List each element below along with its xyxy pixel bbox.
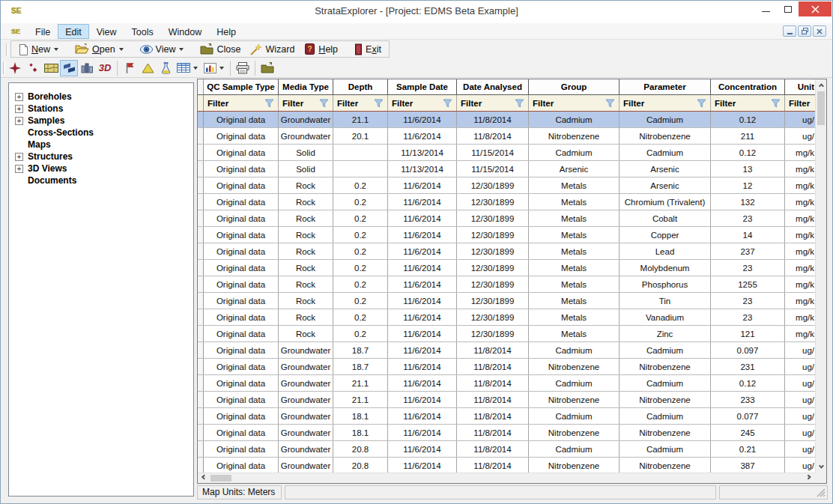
filter-cell-unit[interactable]: Filter [785, 95, 815, 111]
open-button[interactable]: Open [70, 42, 128, 56]
filter-cell-sample-date[interactable]: Filter [388, 95, 457, 111]
borehole-button[interactable] [6, 60, 24, 76]
table-row[interactable]: Original dataGroundwater20.111/6/201411/… [198, 128, 815, 145]
horizontal-scroll-thumb[interactable] [210, 475, 231, 482]
table-row[interactable]: Original dataGroundwater21.111/6/201411/… [198, 375, 815, 392]
column-header-media-type[interactable]: Media Type [279, 79, 333, 94]
sidebar-item-3d-views[interactable]: +3D Views [9, 163, 193, 174]
exit-button[interactable]: Exit [350, 42, 386, 57]
column-header-unit[interactable]: Unit [785, 79, 815, 94]
table-row[interactable]: Original dataRock0.211/6/201412/30/1899M… [198, 243, 815, 260]
sidebar-item-structures[interactable]: +Structures [9, 151, 193, 163]
menu-file[interactable]: File [28, 24, 58, 39]
filter-cell-depth[interactable]: Filter [333, 95, 388, 111]
sidebar-item-documents[interactable]: Documents [9, 174, 193, 186]
mdi-minimize-button[interactable] [783, 25, 796, 37]
triangle-button[interactable] [139, 60, 157, 76]
mdi-restore-button[interactable] [798, 25, 811, 37]
filter-cell-concentration[interactable]: Filter [711, 95, 785, 111]
dropdown-arrow-icon[interactable] [219, 67, 224, 72]
menu-tools[interactable]: Tools [124, 24, 161, 39]
filter-funnel-icon[interactable] [515, 99, 524, 108]
vertical-scroll-thumb[interactable] [817, 91, 825, 125]
chart-button[interactable] [201, 60, 219, 76]
filter-cell-media-type[interactable]: Filter [279, 95, 333, 111]
table-row[interactable]: Original dataRock0.211/6/201412/30/1899M… [198, 194, 815, 210]
toolbar-grip[interactable] [3, 62, 5, 74]
filter-funnel-icon[interactable] [374, 99, 384, 108]
column-header-concentration[interactable]: Concentration [711, 79, 785, 94]
structures-button[interactable] [78, 60, 96, 76]
filter-funnel-icon[interactable] [697, 99, 706, 108]
new-button[interactable]: New [14, 42, 63, 57]
table-row[interactable]: Original dataGroundwater21.111/6/201411/… [198, 392, 815, 408]
sample-points-button[interactable] [24, 60, 42, 76]
table-row[interactable]: Original dataRock0.211/6/201412/30/1899M… [198, 260, 815, 276]
table-row[interactable]: Original dataRock0.211/6/201412/30/1899M… [198, 227, 815, 243]
print-button[interactable] [234, 60, 252, 76]
expand-plus-icon[interactable]: + [15, 93, 23, 101]
expand-plus-icon[interactable]: + [15, 153, 23, 161]
help-button[interactable]: ? Help [299, 42, 342, 56]
filter-funnel-icon[interactable] [771, 99, 781, 108]
menu-help[interactable]: Help [209, 24, 243, 39]
close-project-button[interactable]: Close [196, 42, 245, 56]
scroll-right-button[interactable] [803, 473, 815, 483]
column-header-sample-date[interactable]: Sample Date [388, 79, 457, 94]
sidebar-item-samples[interactable]: +Samples [9, 115, 193, 127]
wizard-button[interactable]: Wizard [245, 42, 299, 57]
dropdown-arrow-icon[interactable] [193, 67, 198, 72]
filter-cell-parameter[interactable]: Filter [620, 95, 711, 111]
table-row[interactable]: Original dataRock0.211/6/201412/30/1899M… [198, 276, 815, 293]
table-row[interactable]: Original dataGroundwater18.711/6/201411/… [198, 342, 815, 359]
scroll-left-button[interactable] [198, 473, 210, 483]
menu-view[interactable]: View [89, 24, 124, 39]
table-row[interactable]: Original dataRock0.211/6/201412/30/1899M… [198, 293, 815, 309]
expand-plus-icon[interactable]: + [15, 117, 23, 125]
scroll-up-button[interactable] [816, 79, 826, 91]
folder-button[interactable] [258, 60, 276, 76]
column-header-qc-sample-type[interactable]: QC Sample Type [204, 79, 279, 94]
table-row[interactable]: Original dataGroundwater20.811/6/201411/… [198, 441, 815, 458]
menu-window[interactable]: Window [161, 24, 209, 39]
table-row[interactable]: Original dataGroundwater20.811/6/201411/… [198, 458, 815, 473]
sidebar-item-maps[interactable]: Maps [9, 139, 193, 151]
horizontal-scrollbar[interactable] [198, 473, 815, 483]
table-row[interactable]: Original dataRock0.211/6/201412/30/1899M… [198, 326, 815, 342]
sidebar-item-cross-sections[interactable]: Cross-Sections [9, 127, 193, 139]
table-row[interactable]: Original dataRock0.211/6/201412/30/1899M… [198, 309, 815, 326]
maximize-button[interactable] [777, 1, 799, 16]
sidebar-item-boreholes[interactable]: +Boreholes [9, 91, 193, 103]
filter-funnel-icon[interactable] [443, 99, 452, 108]
vertical-scrollbar[interactable] [815, 79, 826, 473]
filter-cell-qc-sample-type[interactable]: Filter [204, 95, 279, 111]
mdi-close-button[interactable] [813, 25, 826, 37]
close-button[interactable] [799, 1, 832, 16]
filter-funnel-icon[interactable] [605, 99, 615, 108]
expand-plus-icon[interactable]: + [15, 165, 23, 173]
table-row[interactable]: Original dataRock0.211/6/201412/30/1899M… [198, 177, 815, 194]
flask-button[interactable] [157, 60, 175, 76]
filter-cell-group[interactable]: Filter [529, 95, 620, 111]
column-header-depth[interactable]: Depth [333, 79, 388, 94]
toolbar-grip[interactable] [6, 43, 8, 55]
table-row[interactable]: Original dataGroundwater18.711/6/201411/… [198, 359, 815, 375]
view-button[interactable]: View [136, 43, 189, 56]
filter-funnel-icon[interactable] [264, 99, 274, 108]
column-header-date-analysed[interactable]: Date Analysed [457, 79, 529, 94]
table-row[interactable]: Original dataSolid11/13/201411/15/2014Ar… [198, 161, 815, 177]
cross-section-button[interactable] [60, 60, 78, 76]
flag-button[interactable] [121, 60, 139, 76]
menu-edit[interactable]: Edit [58, 24, 89, 39]
data-table-button[interactable] [175, 60, 193, 76]
column-header-parameter[interactable]: Parameter [620, 79, 711, 94]
expand-plus-icon[interactable]: + [15, 105, 23, 113]
filter-funnel-icon[interactable] [319, 99, 329, 108]
column-header-group[interactable]: Group [529, 79, 620, 94]
map-button[interactable] [42, 60, 60, 76]
filter-cell-date-analysed[interactable]: Filter [457, 95, 529, 111]
table-row[interactable]: Original dataGroundwater18.111/6/201411/… [198, 408, 815, 425]
scroll-down-button[interactable] [816, 461, 826, 473]
resize-grip-icon[interactable] [817, 488, 826, 497]
minimize-button[interactable] [755, 1, 777, 16]
